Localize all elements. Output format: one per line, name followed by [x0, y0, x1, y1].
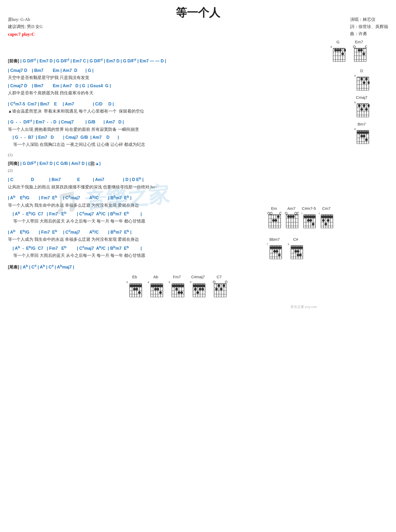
singer-label: 演唱：林芯仪	[350, 16, 388, 23]
outro-chords: [尾奏] | Ab | C# | Ab | C# | Abmaj7 |	[8, 263, 319, 270]
svg-point-145	[322, 219, 325, 222]
svg-point-16	[344, 49, 346, 52]
pre-chorus-lyric: ▲谁会温柔而坚决 带着未来和我遇见 每个人心里都有一个 保留着的空位	[8, 108, 319, 115]
svg-point-65	[367, 104, 370, 107]
svg-point-46	[363, 81, 365, 84]
chord-diagram-Csharp-maj7-bottom: C#maj7 9	[190, 275, 206, 299]
verse1-chord2: | Cmaj7 D | Bm7 Em | Am7 D | G | Gsus4 G…	[8, 83, 319, 89]
original-key: 原key: G-Ab	[8, 16, 43, 23]
svg-rect-160	[270, 247, 282, 249]
svg-point-212	[159, 291, 162, 294]
chord-diagram-Cm7: Cm7 8	[319, 206, 334, 229]
pre-chorus-section: | C#m7-5 Cm7 | Bm7 E | Am7 | C/D D | ▲谁会…	[8, 100, 319, 115]
svg-point-81	[365, 138, 368, 141]
svg-point-93	[268, 212, 270, 214]
svg-point-113	[292, 215, 295, 218]
svg-point-161	[273, 250, 276, 253]
svg-point-227	[178, 291, 180, 294]
svg-point-63	[363, 104, 365, 107]
chord-diagram-Bm7: Bm7 8	[330, 122, 393, 145]
chord-diagram-Bbm7: Bbm7 7	[267, 237, 282, 260]
svg-point-210	[154, 288, 157, 290]
svg-text:8: 8	[354, 101, 356, 104]
svg-point-245	[201, 288, 204, 290]
svg-point-242	[194, 288, 197, 290]
svg-point-97	[277, 215, 280, 218]
song-title: 等一个人	[8, 5, 388, 20]
svg-point-146	[324, 223, 327, 225]
svg-point-15	[341, 53, 344, 55]
svg-point-261	[220, 288, 223, 290]
meta-left: 原key: G-Ab 建议调性: 男D 女G capo:7 play:C	[8, 16, 43, 38]
bridge-section: | C D | Bm7 E | Am7 | D | D Eb | 让风吹干我脸上…	[8, 176, 319, 190]
svg-point-115	[297, 212, 299, 214]
svg-point-260	[218, 284, 220, 287]
svg-point-178	[297, 250, 299, 253]
svg-text:8: 8	[319, 212, 320, 215]
bridge-chord: | C D | Bm7 E | Am7 | D | D Eb |	[8, 176, 319, 183]
chord-diagram-Csharp-m7-5: C#m7-5 8	[301, 206, 316, 229]
svg-point-194	[133, 288, 136, 290]
svg-point-32	[362, 53, 365, 55]
svg-point-162	[276, 250, 278, 253]
chorus1-section: | G - - D/F# | Em7 - - D | Cmaj7 | G/B |…	[8, 118, 319, 148]
svg-point-111	[287, 215, 290, 218]
svg-point-13	[337, 49, 339, 52]
svg-text:8: 8	[354, 74, 356, 77]
diagrams-right: G 8	[330, 40, 393, 149]
svg-point-180	[297, 254, 299, 256]
interlude-chords: [间奏] | G D/F# | Em7 D | C G/B | Am7 D | …	[8, 160, 319, 167]
prelude-section: [前奏] | G D/F# | Em7 D | G D/F# | Em7 C |…	[8, 57, 319, 64]
svg-text:8: 8	[331, 45, 332, 48]
svg-text:7: 7	[267, 243, 268, 246]
svg-text:8: 8	[301, 212, 302, 215]
chord-diagram-Ab-bottom: Ab 4	[148, 275, 164, 299]
svg-point-131	[312, 223, 314, 225]
svg-text:9: 9	[288, 243, 289, 246]
main-content: [前奏] | G D/F# | Em7 D | G D/F# | Em7 C |…	[8, 57, 319, 309]
svg-point-257	[213, 281, 215, 283]
interlude-note1: (1)	[8, 152, 319, 158]
chord-diagram-Cmaj7: Cmaj7 8	[330, 95, 393, 118]
svg-point-47	[365, 78, 368, 80]
svg-point-228	[180, 291, 183, 294]
verse1-section: | Cmaj7 D | Bm7 Em | Am7 D | G | 天空中是否有颗…	[8, 67, 319, 96]
svg-point-195	[135, 288, 138, 290]
svg-rect-128	[304, 216, 315, 218]
verse1-chord1: | Cmaj7 D | Bm7 Em | Am7 D | G |	[8, 67, 319, 74]
verse1-lyric1: 天空中是否有颗星星守护我 只是我没有发觉	[8, 74, 319, 81]
svg-rect-241	[193, 285, 205, 287]
svg-point-62	[360, 108, 363, 111]
svg-text:9: 9	[190, 280, 191, 284]
chord-diagram-C7-bottom: C7	[211, 275, 227, 299]
svg-text:8: 8	[169, 280, 170, 284]
bottom-watermark: 音乐之家 ytzj.com	[8, 304, 317, 309]
interlude-section: (1) [间奏] | G D/F# | Em7 D | C G/B | Am7 …	[8, 152, 319, 174]
svg-point-258	[225, 281, 227, 283]
chord-diagram-Eb-bottom: Eb 6	[126, 275, 143, 299]
chorus1-lyric1: 等一个人出现 拥抱着我的世界 站在爱的面前 所有寂寞防备 一瞬间崩溃	[8, 126, 319, 133]
svg-point-61	[358, 104, 361, 107]
svg-point-211	[157, 288, 159, 290]
svg-point-94	[270, 212, 272, 214]
svg-rect-176	[291, 247, 303, 249]
svg-point-29	[365, 46, 367, 48]
svg-point-243	[196, 291, 199, 294]
svg-rect-144	[321, 216, 333, 218]
svg-point-262	[223, 284, 225, 287]
meta-right: 演唱：林芯仪 詞：徐世珍、吳辉福 曲：许勇	[350, 16, 388, 38]
chord-diagram-Em7: Em7	[351, 40, 367, 63]
bridge-lyric: 让风吹干我脸上的雨点 就算跌跌撞撞不懂爱的深浅 也要继续寻找那一份绝对 ho~	[8, 184, 319, 191]
svg-point-179	[299, 254, 302, 256]
chord-diagram-Em-mid: Em	[267, 206, 281, 229]
svg-point-28	[353, 46, 355, 48]
chord-diagram-Fm7-bottom: Fm7 8	[169, 275, 185, 299]
svg-point-30	[358, 49, 360, 52]
svg-point-259	[215, 288, 218, 290]
chord-diagram-Csharp: C# 9	[288, 237, 304, 260]
diagrams-right2: Em	[267, 206, 393, 264]
chorus1-lyric2: 等一个人深陷 在我胸口左边 一夜之间让心慌 让心痛 让心碎 都成为纪念	[13, 141, 319, 148]
svg-point-31	[360, 49, 363, 52]
chorus1-chord1: | G - - D/F# | Em7 - - D | Cmaj7 | G/B |…	[8, 118, 319, 125]
suggest-key: 建议调性: 男D 女G	[8, 23, 43, 30]
